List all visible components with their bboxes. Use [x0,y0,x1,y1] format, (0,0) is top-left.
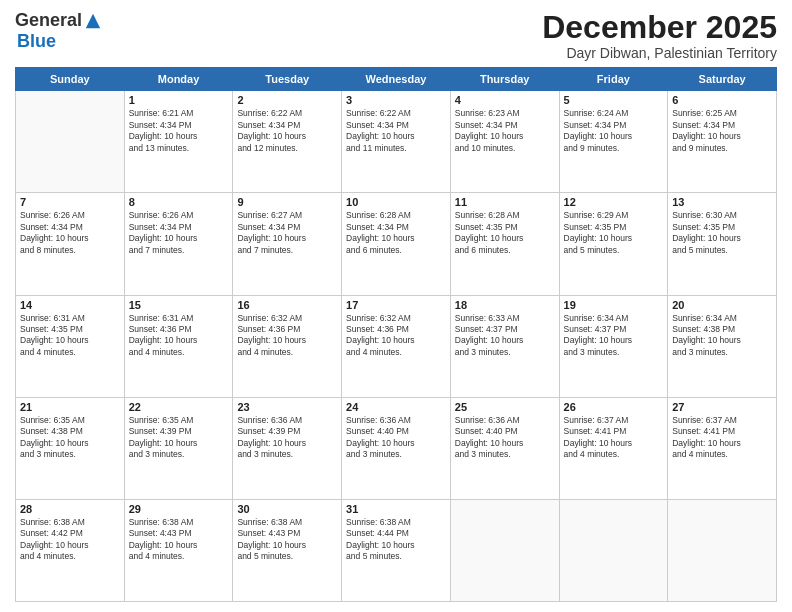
table-row: 9Sunrise: 6:27 AM Sunset: 4:34 PM Daylig… [233,193,342,295]
day-number: 8 [129,196,229,208]
title-area: December 2025 Dayr Dibwan, Palestinian T… [542,10,777,61]
day-number: 10 [346,196,446,208]
col-saturday: Saturday [668,68,777,91]
table-row: 28Sunrise: 6:38 AM Sunset: 4:42 PM Dayli… [16,499,125,601]
table-row: 3Sunrise: 6:22 AM Sunset: 4:34 PM Daylig… [342,91,451,193]
calendar-week-row: 28Sunrise: 6:38 AM Sunset: 4:42 PM Dayli… [16,499,777,601]
day-info: Sunrise: 6:27 AM Sunset: 4:34 PM Dayligh… [237,210,337,256]
col-tuesday: Tuesday [233,68,342,91]
day-info: Sunrise: 6:38 AM Sunset: 4:43 PM Dayligh… [237,517,337,563]
table-row: 11Sunrise: 6:28 AM Sunset: 4:35 PM Dayli… [450,193,559,295]
day-number: 31 [346,503,446,515]
table-row: 31Sunrise: 6:38 AM Sunset: 4:44 PM Dayli… [342,499,451,601]
day-info: Sunrise: 6:29 AM Sunset: 4:35 PM Dayligh… [564,210,664,256]
month-title: December 2025 [542,10,777,45]
calendar-week-row: 1Sunrise: 6:21 AM Sunset: 4:34 PM Daylig… [16,91,777,193]
table-row: 2Sunrise: 6:22 AM Sunset: 4:34 PM Daylig… [233,91,342,193]
day-number: 9 [237,196,337,208]
day-number: 12 [564,196,664,208]
day-number: 23 [237,401,337,413]
table-row: 8Sunrise: 6:26 AM Sunset: 4:34 PM Daylig… [124,193,233,295]
day-info: Sunrise: 6:32 AM Sunset: 4:36 PM Dayligh… [346,313,446,359]
table-row: 22Sunrise: 6:35 AM Sunset: 4:39 PM Dayli… [124,397,233,499]
table-row: 26Sunrise: 6:37 AM Sunset: 4:41 PM Dayli… [559,397,668,499]
day-number: 14 [20,299,120,311]
table-row: 20Sunrise: 6:34 AM Sunset: 4:38 PM Dayli… [668,295,777,397]
day-info: Sunrise: 6:31 AM Sunset: 4:35 PM Dayligh… [20,313,120,359]
day-info: Sunrise: 6:36 AM Sunset: 4:39 PM Dayligh… [237,415,337,461]
page: General Blue December 2025 Dayr Dibwan, … [0,0,792,612]
day-number: 24 [346,401,446,413]
logo-general: General [15,10,82,31]
table-row [16,91,125,193]
col-monday: Monday [124,68,233,91]
day-info: Sunrise: 6:28 AM Sunset: 4:35 PM Dayligh… [455,210,555,256]
day-info: Sunrise: 6:34 AM Sunset: 4:38 PM Dayligh… [672,313,772,359]
day-number: 26 [564,401,664,413]
table-row: 18Sunrise: 6:33 AM Sunset: 4:37 PM Dayli… [450,295,559,397]
table-row: 19Sunrise: 6:34 AM Sunset: 4:37 PM Dayli… [559,295,668,397]
day-number: 29 [129,503,229,515]
day-info: Sunrise: 6:26 AM Sunset: 4:34 PM Dayligh… [20,210,120,256]
day-number: 5 [564,94,664,106]
day-info: Sunrise: 6:37 AM Sunset: 4:41 PM Dayligh… [672,415,772,461]
table-row: 29Sunrise: 6:38 AM Sunset: 4:43 PM Dayli… [124,499,233,601]
calendar-week-row: 14Sunrise: 6:31 AM Sunset: 4:35 PM Dayli… [16,295,777,397]
day-number: 7 [20,196,120,208]
table-row: 21Sunrise: 6:35 AM Sunset: 4:38 PM Dayli… [16,397,125,499]
calendar-table: Sunday Monday Tuesday Wednesday Thursday… [15,67,777,602]
table-row: 25Sunrise: 6:36 AM Sunset: 4:40 PM Dayli… [450,397,559,499]
day-number: 17 [346,299,446,311]
day-info: Sunrise: 6:31 AM Sunset: 4:36 PM Dayligh… [129,313,229,359]
day-info: Sunrise: 6:23 AM Sunset: 4:34 PM Dayligh… [455,108,555,154]
calendar-header-row: Sunday Monday Tuesday Wednesday Thursday… [16,68,777,91]
day-number: 18 [455,299,555,311]
table-row: 16Sunrise: 6:32 AM Sunset: 4:36 PM Dayli… [233,295,342,397]
table-row: 12Sunrise: 6:29 AM Sunset: 4:35 PM Dayli… [559,193,668,295]
table-row [450,499,559,601]
day-number: 2 [237,94,337,106]
col-wednesday: Wednesday [342,68,451,91]
day-number: 16 [237,299,337,311]
day-info: Sunrise: 6:34 AM Sunset: 4:37 PM Dayligh… [564,313,664,359]
day-number: 25 [455,401,555,413]
day-info: Sunrise: 6:33 AM Sunset: 4:37 PM Dayligh… [455,313,555,359]
table-row: 4Sunrise: 6:23 AM Sunset: 4:34 PM Daylig… [450,91,559,193]
day-number: 13 [672,196,772,208]
table-row: 10Sunrise: 6:28 AM Sunset: 4:34 PM Dayli… [342,193,451,295]
col-sunday: Sunday [16,68,125,91]
logo-blue-text: Blue [17,31,56,52]
table-row [559,499,668,601]
day-info: Sunrise: 6:36 AM Sunset: 4:40 PM Dayligh… [346,415,446,461]
table-row: 6Sunrise: 6:25 AM Sunset: 4:34 PM Daylig… [668,91,777,193]
table-row: 30Sunrise: 6:38 AM Sunset: 4:43 PM Dayli… [233,499,342,601]
calendar-week-row: 21Sunrise: 6:35 AM Sunset: 4:38 PM Dayli… [16,397,777,499]
day-info: Sunrise: 6:24 AM Sunset: 4:34 PM Dayligh… [564,108,664,154]
table-row: 14Sunrise: 6:31 AM Sunset: 4:35 PM Dayli… [16,295,125,397]
table-row: 13Sunrise: 6:30 AM Sunset: 4:35 PM Dayli… [668,193,777,295]
logo-text: General [15,10,102,31]
day-info: Sunrise: 6:38 AM Sunset: 4:43 PM Dayligh… [129,517,229,563]
day-info: Sunrise: 6:22 AM Sunset: 4:34 PM Dayligh… [346,108,446,154]
day-number: 20 [672,299,772,311]
subtitle: Dayr Dibwan, Palestinian Territory [542,45,777,61]
svg-marker-0 [86,13,100,27]
day-number: 28 [20,503,120,515]
header: General Blue December 2025 Dayr Dibwan, … [15,10,777,61]
day-info: Sunrise: 6:35 AM Sunset: 4:38 PM Dayligh… [20,415,120,461]
day-info: Sunrise: 6:28 AM Sunset: 4:34 PM Dayligh… [346,210,446,256]
day-info: Sunrise: 6:37 AM Sunset: 4:41 PM Dayligh… [564,415,664,461]
day-number: 4 [455,94,555,106]
day-number: 6 [672,94,772,106]
calendar-week-row: 7Sunrise: 6:26 AM Sunset: 4:34 PM Daylig… [16,193,777,295]
day-number: 15 [129,299,229,311]
day-number: 30 [237,503,337,515]
col-thursday: Thursday [450,68,559,91]
table-row: 1Sunrise: 6:21 AM Sunset: 4:34 PM Daylig… [124,91,233,193]
day-info: Sunrise: 6:22 AM Sunset: 4:34 PM Dayligh… [237,108,337,154]
table-row: 23Sunrise: 6:36 AM Sunset: 4:39 PM Dayli… [233,397,342,499]
day-number: 1 [129,94,229,106]
day-info: Sunrise: 6:30 AM Sunset: 4:35 PM Dayligh… [672,210,772,256]
table-row: 17Sunrise: 6:32 AM Sunset: 4:36 PM Dayli… [342,295,451,397]
day-number: 3 [346,94,446,106]
